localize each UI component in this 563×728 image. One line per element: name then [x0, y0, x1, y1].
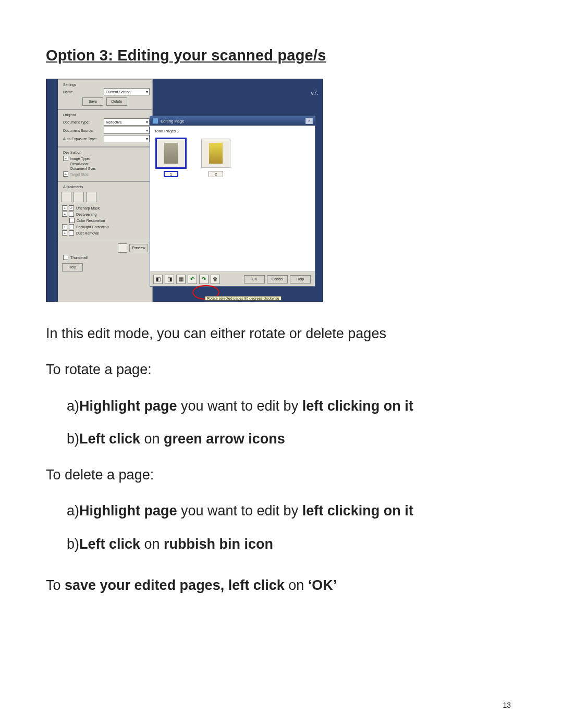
cancel-button[interactable]: Cancel: [267, 275, 288, 283]
expander-icon[interactable]: +: [62, 224, 67, 229]
target-size-label: Target Size:: [70, 172, 111, 176]
auto-exposure-select[interactable]: [104, 135, 150, 142]
adjust-icon[interactable]: [86, 192, 96, 202]
save-button[interactable]: Save: [82, 97, 103, 106]
doc-size-label: Document Size:: [70, 167, 111, 170]
expander-icon[interactable]: +: [63, 156, 68, 161]
total-pages-label: Total Pages 2: [154, 129, 312, 133]
unsharp-label: Unsharp Mask: [76, 206, 100, 210]
checkbox[interactable]: [69, 230, 74, 236]
embedded-screenshot: v7. Settings Name Current Setting Save D…: [46, 79, 323, 302]
instruction-text: In this edit mode, you can either rotate…: [46, 324, 517, 595]
checkbox[interactable]: ✓: [69, 205, 74, 211]
page-thumbnail-2[interactable]: 2: [201, 139, 230, 177]
ok-button[interactable]: OK: [244, 275, 265, 283]
tool-icon[interactable]: ▦: [176, 275, 186, 284]
checkbox[interactable]: [63, 255, 68, 260]
expander-icon[interactable]: +: [63, 171, 68, 177]
doc-source-label: Document Source:: [63, 129, 104, 132]
rotate-step-a: a)Highlight page you want to edit by lef…: [67, 397, 517, 416]
adjustment-icons: [60, 190, 150, 204]
descreening-label: Descreening: [76, 213, 96, 216]
expander-icon[interactable]: +: [62, 205, 67, 211]
page-thumbnail-1[interactable]: 1: [156, 139, 186, 177]
backlight-label: Backlight Correction: [76, 225, 109, 229]
scanner-settings-panel: Settings Name Current Setting Save Delet…: [58, 79, 153, 302]
preview-button[interactable]: Preview: [129, 244, 148, 252]
expander-icon[interactable]: +: [62, 212, 67, 217]
original-label: Original: [63, 113, 150, 117]
editing-page-dialog: Editing Page × Total Pages 2 1 2 ◧: [150, 116, 315, 287]
delete-step-a: a)Highlight page you want to edit by lef…: [67, 501, 517, 521]
tool-icon[interactable]: ◧: [153, 275, 163, 284]
dialog-icon: [152, 118, 158, 124]
name-label: Name: [63, 90, 104, 94]
trash-icon[interactable]: 🗑: [211, 275, 220, 284]
delete-button[interactable]: Delete: [106, 97, 127, 106]
thumb-number: 2: [209, 171, 223, 177]
thumbnail-label: Thumbnail: [70, 256, 88, 260]
settings-label: Settings: [63, 83, 150, 87]
version-label: v7.: [311, 90, 319, 96]
preview-icon: [118, 243, 127, 253]
name-select[interactable]: Current Setting: [104, 88, 150, 95]
intro-paragraph: In this edit mode, you can either rotate…: [46, 324, 517, 343]
thumb-number: 1: [164, 171, 178, 177]
adjust-icon[interactable]: [74, 192, 84, 202]
rotate-left-icon[interactable]: ↶: [188, 275, 197, 284]
rotate-step-b: b)Left click on green arrow icons: [67, 429, 517, 449]
page-number: 13: [503, 701, 511, 709]
dust-label: Dust Removal: [76, 231, 99, 235]
delete-intro: To delete a page:: [46, 465, 517, 485]
section-heading: Option 3: Editing your scanned page/s: [46, 47, 517, 64]
resolution-label: Resolution:: [70, 162, 111, 166]
dialog-titlebar: Editing Page ×: [150, 116, 315, 126]
close-icon[interactable]: ×: [305, 118, 313, 124]
auto-exposure-label: Auto Exposure Type:: [63, 137, 104, 141]
doc-type-select[interactable]: Reflective: [104, 118, 150, 126]
save-instruction: To save your edited pages, left click on…: [46, 576, 517, 595]
destination-label: Destination: [63, 151, 150, 154]
dialog-title: Editing Page: [161, 119, 184, 124]
rotate-tooltip: Rotate selected pages 90 degrees clockwi…: [205, 296, 282, 301]
expander-icon[interactable]: +: [62, 230, 67, 236]
doc-type-label: Document Type:: [63, 120, 104, 124]
delete-step-b: b)Left click on rubbish bin icon: [67, 535, 517, 554]
dialog-help-button[interactable]: Help: [290, 275, 311, 283]
checkbox[interactable]: [69, 224, 74, 229]
image-type-label: Image Type:: [70, 157, 111, 161]
doc-source-select[interactable]: [104, 127, 150, 134]
rotate-intro: To rotate a page:: [46, 360, 517, 379]
color-restoration-label: Color Restoration: [77, 219, 105, 223]
adjustments-label: Adjustments: [63, 185, 150, 189]
rotate-right-icon[interactable]: ↷: [199, 275, 209, 284]
help-button[interactable]: Help: [62, 263, 83, 272]
tool-icon[interactable]: ◨: [165, 275, 174, 284]
checkbox[interactable]: [69, 212, 74, 217]
checkbox[interactable]: [69, 218, 75, 223]
adjust-icon[interactable]: [61, 192, 71, 202]
